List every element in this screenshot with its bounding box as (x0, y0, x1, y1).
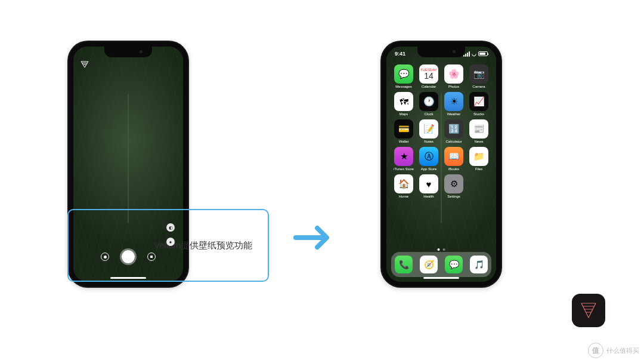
side-button-2[interactable]: ● (166, 238, 175, 246)
dock-app[interactable]: 🎵 (470, 256, 488, 273)
app-icon: 📷 (469, 64, 488, 84)
status-time: 9:41 (395, 51, 405, 57)
app-health[interactable]: ♥Health (417, 174, 440, 198)
app-weather[interactable]: ☀Weather (442, 92, 465, 116)
page-indicator[interactable] (438, 248, 445, 251)
app-label: iTunes Store (394, 167, 414, 171)
notch (417, 47, 465, 57)
app-itunes-store[interactable]: ★iTunes Store (392, 147, 415, 171)
vellum-triangle-icon[interactable] (80, 60, 89, 67)
app-icon: 🕐 (419, 92, 438, 111)
preview-side-controls: ◐ ● (166, 223, 175, 246)
app-news[interactable]: 📰News (467, 119, 490, 143)
app-icon: 📈 (469, 92, 488, 111)
app-ibooks[interactable]: 📖iBooks (442, 147, 465, 171)
app-icon: 🌸 (444, 64, 463, 84)
app-settings[interactable]: ⚙Settings (442, 174, 465, 198)
app-label: Maps (400, 112, 408, 116)
wifi-icon: ⁠◡ (472, 51, 476, 57)
mode-button-right[interactable] (147, 253, 156, 261)
arrow-icon (292, 220, 335, 258)
app-icon: 🏠 (394, 174, 413, 193)
dock-app[interactable]: 🧭 (420, 256, 438, 273)
app-wallet[interactable]: 💳Wallet (392, 119, 415, 143)
app-icon: 📰 (469, 119, 488, 139)
home-screen: 9:41 ⁠◡ 💬MessagesTUESDAY14Calendar🌸Photo… (386, 47, 496, 282)
app-app-store[interactable]: ⒶApp Store (417, 147, 440, 171)
app-icon: TUESDAY14 (419, 64, 438, 84)
app-icon: 📝 (419, 119, 438, 139)
home-indicator[interactable] (423, 277, 459, 279)
app-icon: 🗺 (394, 92, 413, 111)
watermark: 值 什么值得买 (588, 343, 639, 358)
phone-homescreen-right: 9:41 ⁠◡ 💬MessagesTUESDAY14Calendar🌸Photo… (382, 42, 501, 287)
phone-preview-left: ◐ ● (69, 42, 188, 287)
app-label: Photos (448, 85, 460, 88)
app-icon: 💳 (394, 119, 413, 139)
app-clock[interactable]: 🕐Clock (417, 92, 440, 116)
app-photos[interactable]: 🌸Photos (442, 64, 465, 88)
app-label: Calendar (422, 85, 436, 88)
app-label: News (474, 140, 483, 143)
dock: 📞🧭💬🎵 (391, 252, 491, 277)
app-icon: 📁 (469, 147, 488, 166)
notch (104, 47, 152, 57)
app-icon: 🔢 (444, 119, 463, 139)
app-icon: 📖 (444, 147, 463, 166)
app-label: Home (399, 195, 408, 198)
shutter-button[interactable] (120, 248, 137, 265)
app-calendar[interactable]: TUESDAY14Calendar (417, 64, 440, 88)
side-button-1[interactable]: ◐ (166, 223, 175, 232)
app-label: Weather (447, 112, 461, 116)
app-icon: Ⓐ (419, 147, 438, 166)
app-stocks[interactable]: 📈Stocks (467, 92, 490, 116)
status-indicators: ⁠◡ (463, 51, 488, 57)
app-messages[interactable]: 💬Messages (392, 64, 415, 88)
app-notes[interactable]: 📝Notes (417, 119, 440, 143)
app-icon: ⚙ (444, 174, 463, 193)
vellum-app-icon (572, 294, 605, 327)
app-camera[interactable]: 📷Camera (467, 64, 490, 88)
app-label: Health (423, 195, 434, 198)
watermark-text: 什么值得买 (606, 346, 639, 355)
app-maps[interactable]: 🗺Maps (392, 92, 415, 116)
app-label: iBooks (448, 167, 459, 171)
app-label: Messages (395, 85, 411, 88)
app-label: Camera (472, 85, 485, 88)
app-label: Stocks (473, 112, 484, 116)
app-label: Files (475, 167, 483, 171)
mode-button-left[interactable] (101, 253, 109, 261)
app-icon: ♥ (419, 174, 438, 193)
app-icon: 💬 (394, 64, 413, 84)
app-label: Notes (424, 140, 434, 143)
battery-icon (478, 51, 488, 56)
app-label: Clock (424, 112, 433, 116)
app-icon: ☀ (444, 92, 463, 111)
app-label: Calculator (445, 140, 462, 143)
home-indicator[interactable] (110, 277, 146, 279)
app-icon: ★ (394, 147, 413, 166)
app-label: Settings (447, 195, 460, 198)
dock-app[interactable]: 📞 (395, 256, 413, 273)
dock-app[interactable]: 💬 (445, 256, 463, 273)
app-home[interactable]: 🏠Home (392, 174, 415, 198)
watermark-symbol: 值 (588, 343, 603, 358)
camera-controls (73, 248, 183, 265)
app-label: Wallet (399, 140, 408, 143)
app-grid: 💬MessagesTUESDAY14Calendar🌸Photos📷Camera… (392, 64, 490, 198)
app-label: App Store (421, 167, 437, 171)
app-calculator[interactable]: 🔢Calculator (442, 119, 465, 143)
app-files[interactable]: 📁Files (467, 147, 490, 171)
